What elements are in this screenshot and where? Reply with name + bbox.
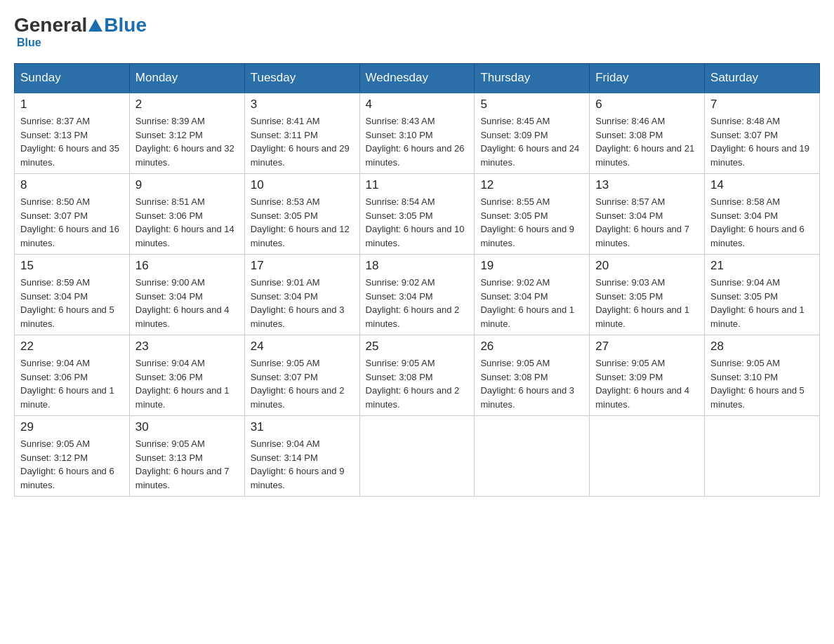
weekday-header-wednesday: Wednesday xyxy=(359,64,475,93)
day-number: 5 xyxy=(480,98,583,112)
calendar-cell: 1 Sunrise: 8:37 AMSunset: 3:13 PMDayligh… xyxy=(15,93,130,174)
day-number: 10 xyxy=(251,178,354,192)
day-number: 27 xyxy=(595,340,699,354)
calendar-cell: 23 Sunrise: 9:04 AMSunset: 3:06 PMDaylig… xyxy=(129,335,244,416)
weekday-header-thursday: Thursday xyxy=(475,64,590,93)
calendar-cell: 27 Sunrise: 9:05 AMSunset: 3:09 PMDaylig… xyxy=(590,335,705,416)
calendar-cell: 28 Sunrise: 9:05 AMSunset: 3:10 PMDaylig… xyxy=(705,335,820,416)
day-info: Sunrise: 8:55 AMSunset: 3:05 PMDaylight:… xyxy=(480,195,583,250)
calendar-cell: 14 Sunrise: 8:58 AMSunset: 3:04 PMDaylig… xyxy=(705,174,820,255)
weekday-header-row: SundayMondayTuesdayWednesdayThursdayFrid… xyxy=(15,64,820,93)
calendar-cell: 25 Sunrise: 9:05 AMSunset: 3:08 PMDaylig… xyxy=(359,335,475,416)
logo: General Blue Blue xyxy=(14,14,147,49)
calendar-cell: 30 Sunrise: 9:05 AMSunset: 3:13 PMDaylig… xyxy=(129,416,244,497)
day-info: Sunrise: 8:45 AMSunset: 3:09 PMDaylight:… xyxy=(480,114,583,169)
weekday-header-saturday: Saturday xyxy=(705,64,820,93)
day-info: Sunrise: 8:58 AMSunset: 3:04 PMDaylight:… xyxy=(710,195,814,250)
calendar-cell: 29 Sunrise: 9:05 AMSunset: 3:12 PMDaylig… xyxy=(15,416,130,497)
calendar-cell: 18 Sunrise: 9:02 AMSunset: 3:04 PMDaylig… xyxy=(359,255,475,335)
day-info: Sunrise: 8:37 AMSunset: 3:13 PMDaylight:… xyxy=(20,114,124,169)
day-number: 25 xyxy=(366,340,469,354)
calendar-week-row: 29 Sunrise: 9:05 AMSunset: 3:12 PMDaylig… xyxy=(15,416,820,497)
calendar-week-row: 1 Sunrise: 8:37 AMSunset: 3:13 PMDayligh… xyxy=(15,93,820,174)
day-number: 6 xyxy=(595,98,699,112)
calendar-cell: 4 Sunrise: 8:43 AMSunset: 3:10 PMDayligh… xyxy=(359,93,475,174)
day-number: 19 xyxy=(480,259,583,273)
calendar-cell: 5 Sunrise: 8:45 AMSunset: 3:09 PMDayligh… xyxy=(475,93,590,174)
logo-general-text: General xyxy=(14,14,87,36)
calendar-cell: 13 Sunrise: 8:57 AMSunset: 3:04 PMDaylig… xyxy=(590,174,705,255)
day-number: 28 xyxy=(710,340,814,354)
logo-triangle-icon xyxy=(88,19,102,32)
day-info: Sunrise: 9:02 AMSunset: 3:04 PMDaylight:… xyxy=(366,276,469,330)
day-info: Sunrise: 9:03 AMSunset: 3:05 PMDaylight:… xyxy=(595,276,699,330)
calendar-cell xyxy=(705,416,820,497)
day-number: 1 xyxy=(20,98,124,112)
calendar-cell: 3 Sunrise: 8:41 AMSunset: 3:11 PMDayligh… xyxy=(244,93,359,174)
day-number: 16 xyxy=(135,259,239,273)
day-number: 21 xyxy=(710,259,814,273)
logo-blue-text: Blue xyxy=(104,14,147,36)
weekday-header-monday: Monday xyxy=(129,64,244,93)
day-number: 11 xyxy=(366,178,469,192)
calendar-cell: 9 Sunrise: 8:51 AMSunset: 3:06 PMDayligh… xyxy=(129,174,244,255)
day-number: 9 xyxy=(135,178,239,192)
day-info: Sunrise: 9:04 AMSunset: 3:06 PMDaylight:… xyxy=(20,356,124,411)
weekday-header-friday: Friday xyxy=(590,64,705,93)
calendar-cell: 31 Sunrise: 9:04 AMSunset: 3:14 PMDaylig… xyxy=(244,416,359,497)
calendar-cell: 2 Sunrise: 8:39 AMSunset: 3:12 PMDayligh… xyxy=(129,93,244,174)
calendar-week-row: 22 Sunrise: 9:04 AMSunset: 3:06 PMDaylig… xyxy=(15,335,820,416)
calendar-cell: 12 Sunrise: 8:55 AMSunset: 3:05 PMDaylig… xyxy=(475,174,590,255)
calendar-cell: 17 Sunrise: 9:01 AMSunset: 3:04 PMDaylig… xyxy=(244,255,359,335)
calendar-table: SundayMondayTuesdayWednesdayThursdayFrid… xyxy=(14,63,820,497)
day-number: 20 xyxy=(595,259,699,273)
day-info: Sunrise: 9:05 AMSunset: 3:10 PMDaylight:… xyxy=(710,356,814,411)
calendar-week-row: 15 Sunrise: 8:59 AMSunset: 3:04 PMDaylig… xyxy=(15,255,820,335)
day-number: 7 xyxy=(710,98,814,112)
day-number: 12 xyxy=(480,178,583,192)
day-info: Sunrise: 8:53 AMSunset: 3:05 PMDaylight:… xyxy=(251,195,354,250)
calendar-cell xyxy=(590,416,705,497)
calendar-cell: 20 Sunrise: 9:03 AMSunset: 3:05 PMDaylig… xyxy=(590,255,705,335)
calendar-cell: 15 Sunrise: 8:59 AMSunset: 3:04 PMDaylig… xyxy=(15,255,130,335)
calendar-cell: 6 Sunrise: 8:46 AMSunset: 3:08 PMDayligh… xyxy=(590,93,705,174)
day-info: Sunrise: 9:05 AMSunset: 3:08 PMDaylight:… xyxy=(366,356,469,411)
day-number: 30 xyxy=(135,420,239,434)
day-number: 14 xyxy=(710,178,814,192)
day-info: Sunrise: 8:48 AMSunset: 3:07 PMDaylight:… xyxy=(710,114,814,169)
day-number: 18 xyxy=(366,259,469,273)
day-info: Sunrise: 9:04 AMSunset: 3:05 PMDaylight:… xyxy=(710,276,814,330)
page-header: General Blue Blue xyxy=(14,14,820,49)
day-info: Sunrise: 8:39 AMSunset: 3:12 PMDaylight:… xyxy=(135,114,239,169)
day-info: Sunrise: 9:04 AMSunset: 3:06 PMDaylight:… xyxy=(135,356,239,411)
day-number: 8 xyxy=(20,178,124,192)
day-number: 4 xyxy=(366,98,469,112)
day-info: Sunrise: 8:46 AMSunset: 3:08 PMDaylight:… xyxy=(595,114,699,169)
calendar-cell: 21 Sunrise: 9:04 AMSunset: 3:05 PMDaylig… xyxy=(705,255,820,335)
day-info: Sunrise: 9:01 AMSunset: 3:04 PMDaylight:… xyxy=(251,276,354,330)
day-number: 24 xyxy=(251,340,354,354)
day-info: Sunrise: 8:54 AMSunset: 3:05 PMDaylight:… xyxy=(366,195,469,250)
day-info: Sunrise: 9:05 AMSunset: 3:13 PMDaylight:… xyxy=(135,437,239,492)
day-info: Sunrise: 8:50 AMSunset: 3:07 PMDaylight:… xyxy=(20,195,124,250)
day-number: 22 xyxy=(20,340,124,354)
day-number: 2 xyxy=(135,98,239,112)
day-number: 13 xyxy=(595,178,699,192)
calendar-cell: 8 Sunrise: 8:50 AMSunset: 3:07 PMDayligh… xyxy=(15,174,130,255)
day-info: Sunrise: 9:05 AMSunset: 3:08 PMDaylight:… xyxy=(480,356,583,411)
day-info: Sunrise: 9:05 AMSunset: 3:09 PMDaylight:… xyxy=(595,356,699,411)
day-info: Sunrise: 9:05 AMSunset: 3:12 PMDaylight:… xyxy=(20,437,124,492)
calendar-cell xyxy=(475,416,590,497)
logo-subtitle: Blue xyxy=(17,36,41,48)
day-info: Sunrise: 8:41 AMSunset: 3:11 PMDaylight:… xyxy=(251,114,354,169)
calendar-cell: 26 Sunrise: 9:05 AMSunset: 3:08 PMDaylig… xyxy=(475,335,590,416)
calendar-cell: 24 Sunrise: 9:05 AMSunset: 3:07 PMDaylig… xyxy=(244,335,359,416)
calendar-cell xyxy=(359,416,475,497)
day-info: Sunrise: 9:04 AMSunset: 3:14 PMDaylight:… xyxy=(251,437,354,492)
day-number: 31 xyxy=(251,420,354,434)
calendar-week-row: 8 Sunrise: 8:50 AMSunset: 3:07 PMDayligh… xyxy=(15,174,820,255)
weekday-header-sunday: Sunday xyxy=(15,64,130,93)
calendar-cell: 16 Sunrise: 9:00 AMSunset: 3:04 PMDaylig… xyxy=(129,255,244,335)
calendar-cell: 22 Sunrise: 9:04 AMSunset: 3:06 PMDaylig… xyxy=(15,335,130,416)
day-number: 15 xyxy=(20,259,124,273)
